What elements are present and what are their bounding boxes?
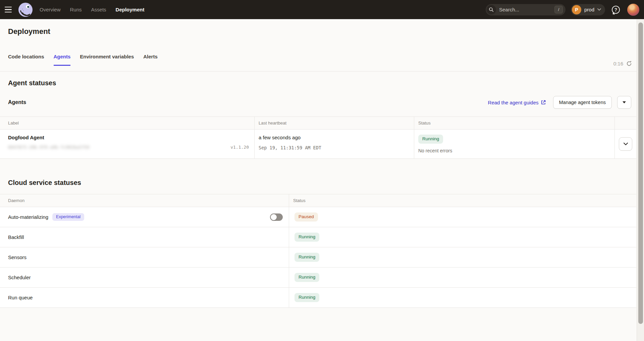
daemon-row-sensors: Sensors Running xyxy=(0,247,636,267)
manage-agent-tokens-button[interactable]: Manage agent tokens xyxy=(553,96,612,109)
tab-agents[interactable]: Agents xyxy=(54,54,71,66)
user-avatar[interactable] xyxy=(627,4,639,16)
page-title: Deployment xyxy=(8,27,50,36)
tab-code-locations[interactable]: Code locations xyxy=(8,54,44,66)
refresh-area: 0:16 xyxy=(613,61,632,66)
auto-materializing-toggle[interactable] xyxy=(270,213,283,221)
cloud-service-statuses-heading: Cloud service statuses xyxy=(8,179,81,187)
agent-heartbeat-cell: a few seconds ago Sep 19, 11:31:59 AM ED… xyxy=(255,130,414,158)
agent-statuses-heading: Agent statuses xyxy=(8,79,56,87)
org-avatar: P xyxy=(572,5,581,14)
column-header-label: Label xyxy=(0,117,255,129)
search-bar[interactable]: / xyxy=(486,4,566,15)
tab-alerts[interactable]: Alerts xyxy=(143,54,158,66)
heartbeat-relative-time: a few seconds ago xyxy=(259,135,410,140)
agent-status-detail: No recent errors xyxy=(418,148,610,153)
agent-row: Dogfood Agent 6047873-20b-979-a9b-fc902b… xyxy=(0,130,636,158)
daemon-cell: Auto-materializing Experimental xyxy=(0,207,289,227)
refresh-countdown: 0:16 xyxy=(613,61,623,66)
agent-guides-link[interactable]: Read the agent guides xyxy=(488,100,546,105)
agents-subheading: Agents xyxy=(8,99,26,105)
cloud-services-table: Daemon Status Auto-materializing Experim… xyxy=(0,194,636,308)
main-content: Deployment Code locations Agents Environ… xyxy=(0,19,637,341)
primary-nav: Overview Runs Assets Deployment xyxy=(40,7,144,12)
daemon-row-backfill: Backfill Running xyxy=(0,227,636,247)
agent-status-badge: Running xyxy=(418,135,443,144)
column-header-status: Status xyxy=(289,194,636,207)
status-badge-running: Running xyxy=(294,253,319,262)
daemon-name: Run queue xyxy=(8,295,33,300)
daemon-name: Backfill xyxy=(8,234,24,240)
org-switcher-dropdown[interactable]: P prod xyxy=(571,4,605,15)
agent-id-redacted: 6047873-20b-979-a9b-fc902ba3759 xyxy=(8,145,90,150)
search-shortcut-key: / xyxy=(554,6,563,13)
column-header-daemon: Daemon xyxy=(0,194,289,207)
agent-name: Dogfood Agent xyxy=(8,135,250,140)
tab-environment-variables[interactable]: Environment variables xyxy=(80,54,134,66)
tab-strip-divider xyxy=(0,71,637,71)
daemon-status-cell: Paused xyxy=(289,207,636,227)
nav-item-deployment[interactable]: Deployment xyxy=(116,7,145,12)
daemon-row-scheduler: Scheduler Running xyxy=(0,267,636,288)
agents-table: Label Last heartbeat Status Dogfood Agen… xyxy=(0,116,636,159)
daemon-row-run-queue: Run queue Running xyxy=(0,288,636,307)
search-icon xyxy=(487,5,496,14)
tab-strip: Code locations Agents Environment variab… xyxy=(8,54,158,66)
external-link-icon xyxy=(541,100,546,105)
agent-row-expand-button[interactable] xyxy=(619,137,632,151)
menu-icon[interactable] xyxy=(5,4,16,15)
heartbeat-timestamp: Sep 19, 11:31:59 AM EDT xyxy=(259,145,410,150)
nav-item-assets[interactable]: Assets xyxy=(91,7,106,12)
daemon-row-auto-materializing: Auto-materializing Experimental Paused xyxy=(0,207,636,227)
agents-table-header: Label Last heartbeat Status xyxy=(0,117,636,130)
dagster-logo-icon[interactable] xyxy=(18,2,33,17)
scrollbar-thumb[interactable] xyxy=(638,22,643,324)
vertical-scrollbar[interactable] xyxy=(637,19,644,341)
daemon-name: Auto-materializing xyxy=(8,214,48,220)
column-header-status: Status xyxy=(414,117,615,129)
top-navigation-bar: Overview Runs Assets Deployment / P prod… xyxy=(0,0,644,19)
status-badge-paused: Paused xyxy=(294,212,318,222)
daemon-name: Sensors xyxy=(8,254,26,260)
status-badge-running: Running xyxy=(294,293,319,302)
nav-item-runs[interactable]: Runs xyxy=(70,7,82,12)
search-input[interactable] xyxy=(499,7,554,12)
agent-label-cell: Dogfood Agent 6047873-20b-979-a9b-fc902b… xyxy=(0,130,255,158)
help-icon[interactable]: ? xyxy=(612,5,621,14)
nav-item-overview[interactable]: Overview xyxy=(40,7,61,12)
status-badge-running: Running xyxy=(294,273,319,282)
chevron-down-icon xyxy=(624,143,628,145)
cloud-table-header: Daemon Status xyxy=(0,194,636,207)
daemon-name: Scheduler xyxy=(8,275,31,280)
org-name: prod xyxy=(584,7,594,12)
refresh-icon[interactable] xyxy=(626,61,632,66)
status-badge-running: Running xyxy=(294,233,319,242)
chevron-down-icon xyxy=(597,8,601,11)
caret-down-icon xyxy=(623,101,626,103)
column-header-last-heartbeat: Last heartbeat xyxy=(255,117,414,129)
agent-version: v1.1.20 xyxy=(230,145,250,150)
agent-guides-link-label: Read the agent guides xyxy=(488,100,539,105)
agents-more-actions-button[interactable] xyxy=(617,96,631,109)
agent-status-cell: Running No recent errors xyxy=(414,130,615,158)
agents-toolbar: Agents Read the agent guides Manage agen… xyxy=(8,96,631,109)
experimental-badge: Experimental xyxy=(52,213,84,221)
